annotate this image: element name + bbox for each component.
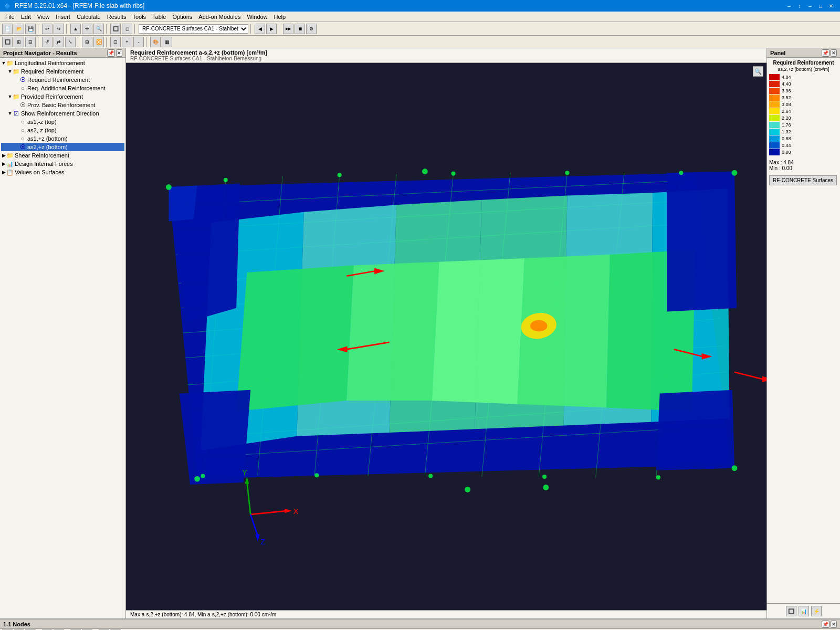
restore-app-button[interactable]: ↕	[795, 2, 804, 10]
tree-item-show-dir[interactable]: ▼ ☑ Show Reinforcement Direction	[1, 109, 124, 118]
close-window-button[interactable]: ✕	[826, 2, 836, 10]
magnify-button[interactable]: 🔍	[753, 66, 763, 77]
tree-label-shear: Shear Reinforcement	[15, 152, 69, 159]
menu-calculate[interactable]: Calculate	[74, 13, 104, 21]
zoom-fit-btn[interactable]: ⊡	[110, 37, 121, 47]
viewport-title-line2: RF-CONCRETE Surfaces CA1 - Stahlbeton-Be…	[130, 56, 762, 61]
redo-button[interactable]: ↪	[54, 24, 64, 34]
panel-pin-button[interactable]: 📌	[822, 49, 830, 57]
bottom-close-button[interactable]: ✕	[831, 621, 837, 628]
snap2-btn[interactable]: ⊞	[14, 37, 24, 47]
render-btn[interactable]: 🎨	[150, 37, 161, 47]
grid-btn[interactable]: ⊞	[82, 37, 92, 47]
tree-item-longitudinal[interactable]: ▼ 📁 Longitudinal Reinforcement	[1, 59, 124, 67]
menu-table[interactable]: Table	[149, 13, 169, 21]
menu-results[interactable]: Results	[104, 13, 130, 21]
menu-options[interactable]: Options	[169, 13, 195, 21]
legend-row-item: 0.00	[769, 149, 838, 155]
tree-item-values[interactable]: ▶ 📋 Values on Surfaces	[1, 168, 124, 176]
nav-prev-button[interactable]: ◀	[255, 24, 265, 34]
tree-item-as1-top[interactable]: ○ as1,-z (top)	[1, 118, 124, 126]
panel-content: Required Reinforcement as,2,+z (bottom) …	[767, 58, 840, 603]
spacer	[14, 77, 19, 82]
menu-help[interactable]: Help	[271, 13, 289, 21]
legend-value: 2.20	[782, 116, 791, 121]
toolbar-sep-2	[66, 24, 68, 34]
panel-icon-btn-3[interactable]: ⚡	[811, 606, 822, 616]
legend-swatch	[769, 74, 780, 80]
tree-item-req-reinf[interactable]: ⦿ Required Reinforcement	[1, 76, 124, 84]
svg-point-57	[451, 172, 455, 176]
legend-row-item: 2.20	[769, 115, 838, 121]
rotate-btn[interactable]: ↺	[42, 37, 52, 47]
folder-icon-prov: 📁	[13, 93, 20, 100]
legend-row-item: 0.44	[769, 142, 838, 149]
menu-insert[interactable]: Insert	[52, 13, 74, 21]
new-button[interactable]: 📄	[2, 24, 13, 34]
bottom-pin-button[interactable]: 📌	[822, 621, 830, 628]
panel-close-button[interactable]: ✕	[831, 49, 837, 57]
tree-item-provided[interactable]: ▼ 📁 Provided Reinforcement	[1, 92, 124, 101]
svg-point-49	[422, 169, 428, 174]
legend-swatch	[769, 101, 780, 108]
legend-row-item: 2.64	[769, 108, 838, 114]
axes-btn[interactable]: 🔀	[93, 37, 104, 47]
rf-concrete-button[interactable]: RF-CONCRETE Surfaces	[769, 175, 837, 185]
tree-item-as2-top[interactable]: ○ as2,-z (top)	[1, 126, 124, 134]
minimize-window-button[interactable]: –	[805, 2, 815, 10]
legend-items: 4.844.403.963.523.082.642.201.761.320.88…	[769, 74, 838, 155]
tree-label-provided: Provided Reinforcement	[21, 93, 83, 100]
scale-btn[interactable]: ⤡	[65, 37, 76, 47]
wireframe-btn[interactable]: ▦	[162, 37, 172, 47]
legend-value: 3.52	[782, 95, 791, 100]
tree-item-prov-basic[interactable]: ⦿ Prov. Basic Reinforcement	[1, 101, 124, 109]
menu-view[interactable]: View	[34, 13, 53, 21]
menu-addon[interactable]: Add-on Modules	[195, 13, 244, 21]
view-front-button[interactable]: ◻	[122, 24, 132, 34]
spacer	[14, 86, 19, 91]
nav-next-button[interactable]: ▶	[266, 24, 277, 34]
tree-item-design-forces[interactable]: ▶ 📊 Design Internal Forces	[1, 160, 124, 168]
min-value: 0.00	[782, 165, 792, 171]
nav-pin-button[interactable]: 📌	[107, 49, 115, 57]
panel-icon-btn-1[interactable]: 🔲	[786, 606, 796, 616]
folder-icon-shear: 📁	[6, 152, 14, 159]
stop-button[interactable]: ⏹	[295, 24, 305, 34]
tree-item-as2-bot[interactable]: ⦿ as2,+z (bottom)	[1, 143, 124, 151]
nav-close-button[interactable]: ✕	[116, 49, 122, 57]
tree-item-req-add[interactable]: ○ Req. Additional Reinforcement	[1, 84, 124, 92]
min-label: Min :	[769, 165, 781, 171]
menu-window[interactable]: Window	[244, 13, 270, 21]
svg-marker-35	[667, 172, 737, 312]
minimize-app-button[interactable]: –	[784, 2, 794, 10]
run-calc-button[interactable]: ▶▶	[283, 24, 293, 34]
panel-icon-btn-2[interactable]: 📊	[799, 606, 809, 616]
select-button[interactable]: ▲	[70, 24, 81, 34]
open-button[interactable]: 📂	[14, 24, 24, 34]
zoom-out-btn[interactable]: -	[133, 37, 144, 47]
main-area: Project Navigator - Results 📌 ✕ ▼ 📁 Long…	[0, 48, 840, 618]
menu-edit[interactable]: Edit	[18, 13, 34, 21]
tree-item-as1-bot[interactable]: ○ as1,+z (bottom)	[1, 134, 124, 143]
mirror-btn[interactable]: ⇄	[54, 37, 64, 47]
max-value: 4.84	[783, 160, 793, 165]
snap-btn[interactable]: 🔲	[2, 37, 13, 47]
module-combo[interactable]: RF-CONCRETE Surfaces CA1 - Stahlbet	[139, 24, 248, 34]
undo-button[interactable]: ↩	[42, 24, 52, 34]
zoom-button[interactable]: 🔍	[93, 24, 104, 34]
save-button[interactable]: 💾	[25, 24, 36, 34]
tree-item-required-group[interactable]: ▼ 📁 Required Reinforcement	[1, 67, 124, 76]
menu-file[interactable]: File	[2, 13, 18, 21]
settings-button[interactable]: ⚙	[306, 24, 317, 34]
menu-tools[interactable]: Tools	[129, 13, 149, 21]
maximize-window-button[interactable]: □	[816, 2, 825, 10]
toolbar2-sep-2	[78, 37, 80, 47]
zoom-in-btn[interactable]: +	[122, 37, 132, 47]
view-3d-button[interactable]: 🔲	[110, 24, 121, 34]
tree-label-design-forces: Design Internal Forces	[15, 161, 73, 167]
viewport-canvas[interactable]: X Y Z 🔍	[126, 63, 766, 610]
move-button[interactable]: ✛	[82, 24, 92, 34]
tree-item-shear[interactable]: ▶ 📁 Shear Reinforcement	[1, 151, 124, 160]
toolbar2-sep-3	[106, 37, 108, 47]
snap3-btn[interactable]: ⊟	[25, 37, 36, 47]
